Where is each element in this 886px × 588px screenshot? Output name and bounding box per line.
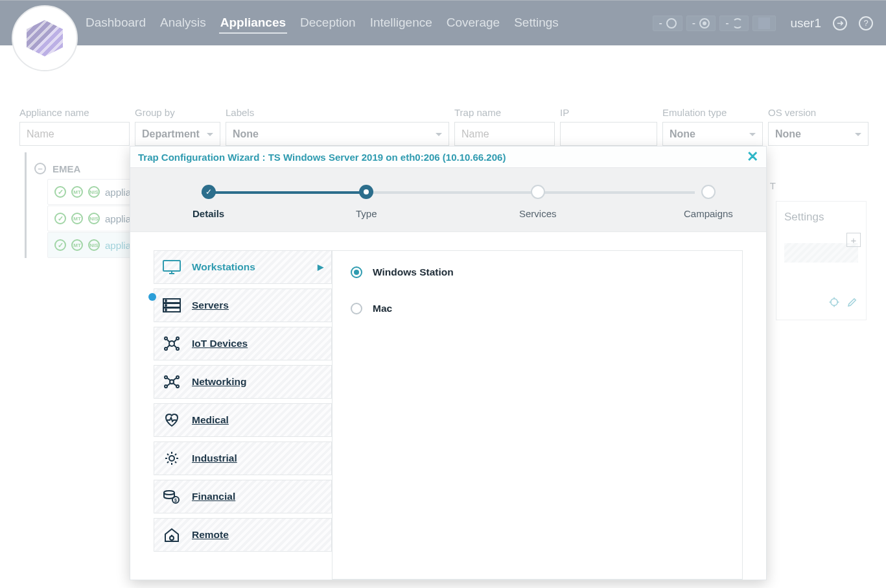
step-label: Details: [192, 208, 224, 219]
filter-ip-input[interactable]: [560, 122, 657, 146]
category-label: Financial: [192, 491, 235, 502]
step-campaigns[interactable]: Campaigns: [684, 185, 733, 219]
status-pill-3-text: -: [725, 18, 729, 29]
category-industrial[interactable]: Industrial: [154, 441, 332, 475]
help-icon[interactable]: ?: [859, 16, 873, 30]
svg-point-19: [164, 491, 174, 495]
svg-point-12: [176, 347, 179, 350]
category-financial[interactable]: $ Financial: [154, 480, 332, 513]
logout-icon[interactable]: ➜: [833, 16, 847, 30]
svg-point-0: [831, 299, 838, 306]
target-icon[interactable]: [828, 296, 840, 308]
category-label: IoT Devices: [192, 338, 248, 349]
category-workstations[interactable]: Workstations ▶: [154, 250, 332, 284]
category-servers[interactable]: Servers: [154, 288, 332, 322]
settings-panel: Settings +: [776, 201, 867, 320]
filter-appliance-name-label: Appliance name: [19, 107, 130, 118]
option-mac[interactable]: Mac: [351, 303, 724, 314]
svg-point-17: [176, 385, 179, 388]
user-area: user1 ➜ ?: [790, 16, 873, 30]
status-pills: - - -: [653, 16, 776, 31]
svg-point-14: [165, 376, 167, 379]
filter-os-select[interactable]: None: [768, 122, 869, 146]
option-windows-station[interactable]: Windows Station: [351, 266, 724, 278]
svg-point-9: [165, 337, 167, 340]
step-current-icon: [359, 185, 373, 199]
status-pill-1[interactable]: -: [653, 16, 682, 31]
mt-badge-icon: MT: [71, 239, 83, 251]
category-medical[interactable]: Medical: [154, 403, 332, 437]
circle-dot-icon: [699, 18, 710, 29]
network-icon: [162, 374, 181, 390]
coins-icon: $: [162, 489, 181, 504]
step-services[interactable]: Services: [519, 185, 557, 219]
modal-header: Trap Configuration Wizard : TS Windows S…: [130, 147, 766, 167]
category-label: Remote: [192, 529, 229, 541]
svg-point-22: [170, 536, 174, 540]
filter-labels-value: None: [233, 128, 259, 140]
gear-icon: [162, 451, 181, 466]
filter-emulation-label: Emulation type: [662, 107, 763, 118]
nis-badge-icon: NIS: [88, 239, 100, 251]
category-label: Industrial: [192, 453, 237, 464]
filter-emulation-select[interactable]: None: [662, 122, 763, 146]
square-icon: [758, 18, 770, 29]
circle-icon: [666, 18, 677, 29]
check-badge-icon: ✓: [54, 239, 66, 251]
nav-settings[interactable]: Settings: [513, 13, 560, 34]
category-networking[interactable]: Networking: [154, 365, 332, 399]
nav-intelligence[interactable]: Intelligence: [369, 13, 434, 34]
nav-dashboard[interactable]: Dashboard: [84, 13, 147, 34]
filter-os-value: None: [775, 128, 801, 140]
status-pill-3[interactable]: -: [719, 16, 749, 31]
heart-icon: [162, 412, 181, 428]
filter-ip-label: IP: [560, 107, 657, 118]
category-label: Workstations: [192, 261, 255, 273]
step-label: Services: [519, 208, 557, 219]
nav-appliances[interactable]: Appliances: [219, 13, 287, 34]
filter-groupby-select[interactable]: Department: [135, 122, 220, 146]
top-nav-bar: Dashboard Analysis Appliances Deception …: [0, 0, 886, 45]
step-label: Campaigns: [684, 208, 733, 219]
edit-icon[interactable]: [846, 296, 858, 308]
svg-rect-1: [163, 261, 180, 271]
filter-appliance-name-input[interactable]: [19, 122, 130, 146]
modal-body: Workstations ▶ Servers IoT Devices N: [130, 232, 766, 580]
step-type[interactable]: Type: [356, 185, 377, 219]
svg-text:$: $: [174, 498, 177, 503]
status-pill-1-text: -: [659, 18, 662, 29]
nav-links: Dashboard Analysis Appliances Deception …: [84, 13, 560, 34]
nav-deception[interactable]: Deception: [299, 13, 357, 34]
add-button[interactable]: +: [846, 233, 861, 247]
nav-analysis[interactable]: Analysis: [159, 13, 207, 34]
status-pill-2[interactable]: -: [686, 16, 716, 31]
filter-labels-select[interactable]: None: [226, 122, 449, 146]
nav-coverage[interactable]: Coverage: [445, 13, 501, 34]
nis-badge-icon: NIS: [88, 186, 100, 198]
app-logo: [12, 5, 78, 71]
step-done-icon: ✓: [202, 185, 216, 199]
radio-icon: [351, 303, 362, 314]
mt-badge-icon: MT: [71, 186, 83, 198]
home-icon: [162, 527, 181, 543]
mt-badge-icon: MT: [71, 213, 83, 224]
category-label: Medical: [192, 414, 229, 426]
step-details[interactable]: ✓ Details: [192, 185, 224, 219]
filter-trapname-input[interactable]: [454, 122, 555, 146]
radio-icon: [351, 266, 362, 278]
status-pill-4[interactable]: [752, 16, 776, 31]
filter-groupby-value: Department: [142, 128, 200, 140]
collapse-icon[interactable]: −: [34, 163, 46, 174]
tree-group-name: EMEA: [52, 163, 80, 174]
step-pending-icon: [701, 185, 716, 199]
category-label: Networking: [192, 376, 246, 388]
category-remote[interactable]: Remote: [154, 518, 332, 552]
nav-right-cluster: - - - user1 ➜ ?: [653, 16, 873, 31]
step-label: Type: [356, 208, 377, 219]
category-label: Servers: [192, 300, 229, 311]
wizard-stepper: ✓ Details Type Services Campaigns: [130, 167, 766, 232]
close-icon[interactable]: ✕: [747, 148, 758, 165]
type-options: Windows Station Mac: [332, 250, 743, 580]
category-iot[interactable]: IoT Devices: [154, 327, 332, 360]
server-icon: [162, 298, 181, 313]
